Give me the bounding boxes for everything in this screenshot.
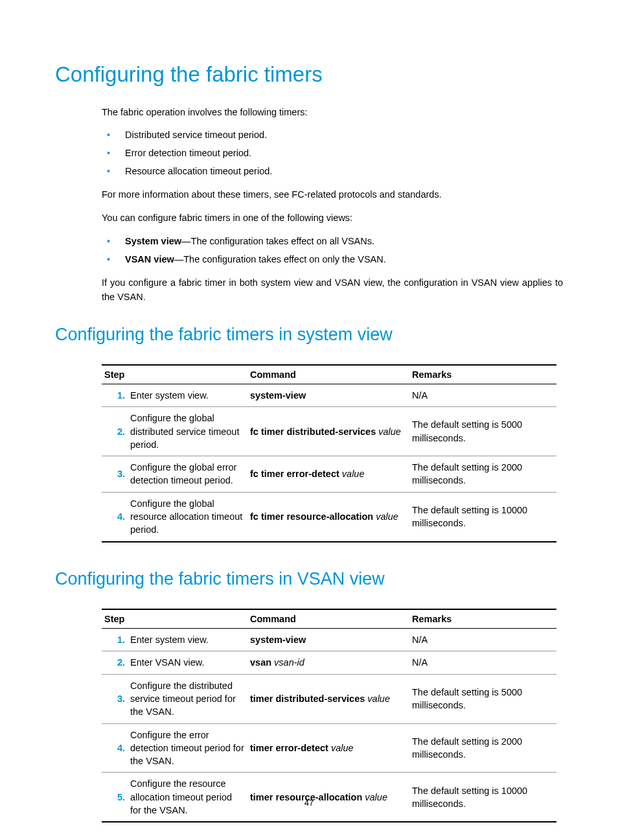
step-command: system-view	[247, 384, 409, 406]
header-step: Step	[102, 365, 247, 384]
document-page: Configuring the fabric timers The fabric…	[0, 0, 618, 840]
table-header-row: Step Command Remarks	[102, 365, 556, 384]
table-header-row: Step Command Remarks	[102, 609, 556, 629]
intro-text: The fabric operation involves the follow…	[102, 106, 563, 120]
step-desc: Configure the distributed service timeou…	[128, 674, 247, 723]
header-step: Step	[102, 609, 247, 629]
list-item: Resource allocation timeout period.	[102, 165, 563, 179]
views-list: System view—The configuration takes effe…	[102, 235, 563, 267]
header-remarks: Remarks	[409, 609, 556, 629]
step-desc: Configure the global error detection tim…	[128, 456, 247, 493]
step-remarks: The default setting is 5000 milliseconds…	[409, 407, 556, 456]
table-row: 3. Configure the distributed service tim…	[102, 674, 556, 723]
table-row: 4. Configure the error detection timeout…	[102, 723, 556, 773]
section-heading-vsan-view: Configuring the fabric timers in VSAN vi…	[55, 568, 563, 589]
step-number: 1.	[102, 629, 128, 651]
more-info-text: For more information about these timers,…	[102, 188, 563, 202]
step-command: timer error-detect value	[247, 723, 409, 773]
list-item: VSAN view—The configuration takes effect…	[102, 253, 563, 267]
table-row: 3. Configure the global error detection …	[102, 456, 556, 493]
view-desc: —The configuration takes effect on all V…	[181, 236, 374, 246]
step-command: fc timer resource-allocation value	[247, 492, 409, 541]
step-command: timer distributed-services value	[247, 674, 409, 723]
step-number: 2.	[102, 651, 128, 674]
step-number: 4.	[102, 492, 128, 541]
both-note-text: If you configure a fabric timer in both …	[102, 276, 563, 305]
step-remarks: The default setting is 2000 milliseconds…	[409, 456, 556, 493]
step-number: 3.	[102, 674, 128, 723]
header-remarks: Remarks	[409, 365, 556, 384]
vsan-view-table: Step Command Remarks 1. Enter system vie…	[102, 609, 556, 822]
step-number: 3.	[102, 456, 128, 493]
table-row: 2. Enter VSAN view. vsan vsan-id N/A	[102, 651, 556, 674]
view-name: System view	[125, 236, 181, 246]
step-remarks: The default setting is 10000 millisecond…	[409, 492, 556, 541]
page-number: 47	[0, 798, 618, 808]
step-remarks: The default setting is 5000 milliseconds…	[409, 674, 556, 723]
table-row: 1. Enter system view. system-view N/A	[102, 384, 556, 406]
step-remarks: The default setting is 2000 milliseconds…	[409, 723, 556, 773]
header-command: Command	[247, 609, 409, 629]
timers-list: Distributed service timeout period. Erro…	[102, 128, 563, 178]
step-number: 2.	[102, 407, 128, 456]
step-number: 1.	[102, 384, 128, 406]
step-remarks: N/A	[409, 384, 556, 406]
step-desc: Enter VSAN view.	[128, 651, 247, 674]
step-remarks: N/A	[409, 629, 556, 651]
step-command: fc timer error-detect value	[247, 456, 409, 493]
view-name: VSAN view	[125, 254, 174, 264]
table-row: 4. Configure the global resource allocat…	[102, 492, 556, 541]
section-heading-system-view: Configuring the fabric timers in system …	[55, 324, 563, 345]
list-item: Error detection timeout period.	[102, 146, 563, 161]
step-command: vsan vsan-id	[247, 651, 409, 674]
table-row: 1. Enter system view. system-view N/A	[102, 629, 556, 651]
step-desc: Enter system view.	[128, 384, 247, 406]
step-remarks: N/A	[409, 651, 556, 674]
list-item: Distributed service timeout period.	[102, 128, 563, 143]
table-row: 2. Configure the global distributed serv…	[102, 407, 556, 456]
step-number: 4.	[102, 723, 128, 773]
views-intro-text: You can configure fabric timers in one o…	[102, 211, 563, 226]
header-command: Command	[247, 365, 409, 384]
step-desc: Configure the global distributed service…	[128, 407, 247, 456]
page-title: Configuring the fabric timers	[55, 62, 563, 88]
step-desc: Configure the global resource allocation…	[128, 492, 247, 541]
step-command: fc timer distributed-services value	[247, 407, 409, 456]
step-command: system-view	[247, 629, 409, 651]
step-desc: Configure the error detection timeout pe…	[128, 723, 247, 773]
step-desc: Enter system view.	[128, 629, 247, 651]
system-view-table: Step Command Remarks 1. Enter system vie…	[102, 364, 556, 542]
list-item: System view—The configuration takes effe…	[102, 235, 563, 249]
view-desc: —The configuration takes effect on only …	[174, 254, 386, 264]
